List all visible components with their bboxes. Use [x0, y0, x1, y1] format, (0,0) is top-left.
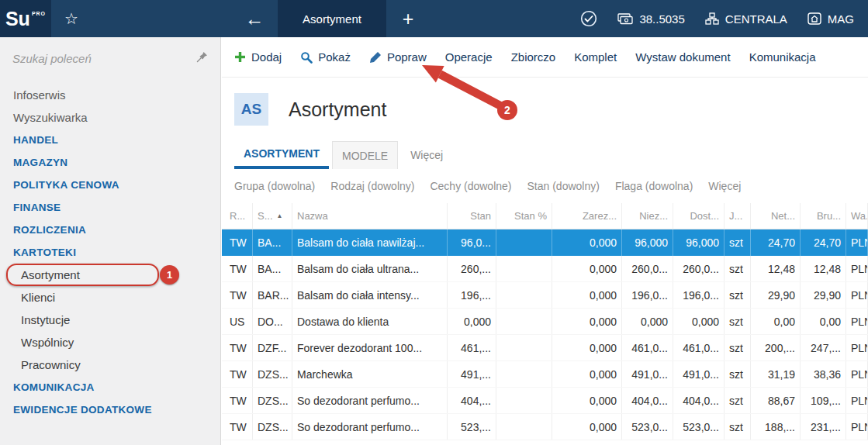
- sidebar-item-wsp-lnicy[interactable]: Wspólnicy: [0, 331, 220, 354]
- column-header-stan[interactable]: Stan %: [496, 203, 552, 229]
- pin-icon[interactable]: [196, 51, 208, 66]
- filter-stan-dowolny[interactable]: Stan (dowolny): [527, 180, 600, 192]
- toolbar-button-komunikacja[interactable]: Komunikacja: [749, 50, 816, 64]
- open-tab-asortyment[interactable]: Asortyment: [278, 0, 386, 37]
- cell-net: 0,00: [751, 309, 801, 334]
- sidebar-item-label: POLITYKA CENOWA: [13, 179, 119, 191]
- tab-asortyment[interactable]: ASORTYMENT: [234, 141, 329, 169]
- sidebar-item-wyszukiwarka[interactable]: Wyszukiwarka: [0, 106, 220, 129]
- favorites-star-icon[interactable]: ☆: [51, 0, 92, 37]
- table-row[interactable]: TWDZS...Marchewka491,...0,000491,0...491…: [222, 361, 868, 388]
- column-header-net[interactable]: Net...: [751, 203, 801, 229]
- table-row[interactable]: TWDZS...So dezodorant perfumo...523,...0…: [222, 414, 868, 440]
- cell-zarez: 0,000: [552, 256, 622, 281]
- topbar-status-area: 38..5035 CENTRALA MAG: [580, 0, 868, 37]
- cash-register-indicator[interactable]: 38..5035: [617, 12, 684, 26]
- table-row[interactable]: TWDZS...So dezodorant perfumo...404,...0…: [222, 388, 868, 414]
- cell-bru: 231,...: [801, 414, 846, 440]
- cell-dost: 196,0...: [673, 282, 724, 308]
- logo-pro-badge: PRO: [32, 11, 46, 16]
- new-tab-button[interactable]: +: [386, 0, 430, 37]
- sidebar-item-kartoteki[interactable]: KARTOTEKI: [0, 241, 220, 264]
- column-header-dost[interactable]: Dost...: [673, 203, 724, 229]
- branch-indicator[interactable]: CENTRALA: [705, 12, 787, 26]
- filter-grupa-dowolna[interactable]: Grupa (dowolna): [234, 180, 315, 192]
- sidebar-item-asortyment[interactable]: Asortyment1: [0, 264, 220, 286]
- column-header-label: Nazwa: [297, 210, 328, 222]
- column-header-stan[interactable]: Stan: [448, 203, 496, 229]
- table-row[interactable]: TWDZF...Forever dezodorant 100...461,...…: [222, 335, 868, 361]
- action-toolbar: DodajPokażPoprawOperacjeZbiorczoKompletW…: [222, 37, 868, 78]
- app-logo[interactable]: Su PRO: [0, 0, 51, 37]
- column-header-bru[interactable]: Bru...: [801, 203, 846, 229]
- sidebar-item-handel[interactable]: HANDEL: [0, 129, 220, 151]
- toolbar-button-dodaj[interactable]: Dodaj: [234, 50, 282, 64]
- sidebar-item-ewidencje-dodatkowe[interactable]: EWIDENCJE DODATKOWE: [0, 398, 220, 421]
- toolbar-button-zbiorczo[interactable]: Zbiorczo: [511, 50, 556, 64]
- command-search[interactable]: Szukaj poleceń: [0, 37, 220, 79]
- cell-bru: 0,00: [801, 309, 846, 334]
- sidebar-item-infoserwis[interactable]: Infoserwis: [0, 84, 220, 106]
- pencil-icon: [369, 51, 382, 64]
- sync-status-indicator[interactable]: [580, 10, 597, 27]
- column-header-label: Stan: [470, 210, 491, 222]
- cell-stan: [496, 388, 552, 413]
- column-header-r[interactable]: R...: [222, 203, 253, 229]
- page-header: AS Asortyment: [222, 78, 868, 141]
- back-arrow-icon[interactable]: ←: [231, 0, 278, 37]
- sidebar-item-pracownicy[interactable]: Pracownicy: [0, 354, 220, 376]
- toolbar-button-komplet[interactable]: Komplet: [574, 50, 617, 64]
- plus-icon: [234, 51, 246, 63]
- filter-rodzaj-dowolny[interactable]: Rodzaj (dowolny): [330, 180, 414, 192]
- cell-j: szt: [724, 282, 751, 308]
- warehouse-indicator[interactable]: MAG: [807, 12, 854, 26]
- table-row[interactable]: TWBA...Balsam do ciała nawilżaj...96,0..…: [222, 229, 868, 256]
- cell-j: szt: [724, 361, 751, 387]
- table-row[interactable]: TWBA...Balsam do ciała ultrana...260,...…: [222, 256, 868, 282]
- view-tabs: ASORTYMENTMODELEWięcej: [222, 141, 868, 169]
- toolbar-button-label: Pokaż: [318, 50, 351, 64]
- cell-zarez: 0,000: [552, 282, 622, 308]
- filter-wi-cej[interactable]: Więcej: [708, 180, 741, 192]
- toolbar-button-poka[interactable]: Pokaż: [300, 50, 351, 64]
- logo-text: Su: [5, 8, 30, 30]
- sidebar-item-komunikacja[interactable]: KOMUNIKACJA: [0, 376, 220, 398]
- column-header-zarez[interactable]: Zarez...: [552, 203, 622, 229]
- cell-stan: 260,...: [448, 256, 496, 281]
- warehouse-label: MAG: [828, 12, 854, 26]
- filter-cechy-dowolne[interactable]: Cechy (dowolne): [430, 180, 511, 192]
- sidebar-item-label: Asortyment: [21, 268, 80, 281]
- branch-label: CENTRALA: [725, 12, 787, 26]
- column-header-niez[interactable]: Niez...: [622, 203, 673, 229]
- sidebar-item-polityka-cenowa[interactable]: POLITYKA CENOWA: [0, 174, 220, 196]
- cell-stan: 491,...: [448, 361, 496, 387]
- sidebar-item-klienci[interactable]: Klienci: [0, 286, 220, 309]
- cell-stan: [496, 256, 552, 281]
- filter-flaga-dowolna[interactable]: Flaga (dowolna): [615, 180, 693, 192]
- toolbar-button-wystaw-dokument[interactable]: Wystaw dokument: [635, 50, 730, 64]
- cell-r: TW: [222, 335, 253, 360]
- column-header-s[interactable]: S...▲: [253, 203, 292, 229]
- cell-dost: 461,0...: [673, 335, 724, 360]
- checkmark-circle-icon: [580, 10, 597, 27]
- sidebar-item-rozliczenia[interactable]: ROZLICZENIA: [0, 219, 220, 241]
- column-header-j[interactable]: J...: [724, 203, 751, 229]
- sidebar-item-magazyn[interactable]: MAGAZYN: [0, 151, 220, 174]
- tab-wi-cej[interactable]: Więcej: [401, 141, 452, 169]
- sidebar-item-instytucje[interactable]: Instytucje: [0, 309, 220, 331]
- table-row[interactable]: USDO...Dostawa do klienta0,0000,0000,000…: [222, 309, 868, 335]
- table-row[interactable]: TWBAR...Balsam do ciała intensy...196,..…: [222, 282, 868, 309]
- cell-zarez: 0,000: [552, 229, 622, 256]
- column-header-nazwa[interactable]: Nazwa: [292, 203, 448, 229]
- toolbar-button-popraw[interactable]: Popraw: [369, 50, 427, 64]
- cell-j: szt: [724, 388, 751, 413]
- column-header-wa[interactable]: Wa...: [846, 203, 868, 229]
- sidebar-item-finanse[interactable]: FINANSE: [0, 196, 220, 219]
- warehouse-building-icon: [807, 12, 821, 25]
- sidebar-item-label: Instytucje: [21, 313, 70, 326]
- cell-nazwa: Forever dezodorant 100...: [292, 335, 448, 360]
- tab-modele[interactable]: MODELE: [332, 141, 398, 169]
- toolbar-button-operacje[interactable]: Operacje: [445, 50, 493, 64]
- sidebar: Szukaj poleceń InfoserwisWyszukiwarkaHAN…: [0, 37, 221, 445]
- toolbar-button-label: Komplet: [574, 50, 617, 64]
